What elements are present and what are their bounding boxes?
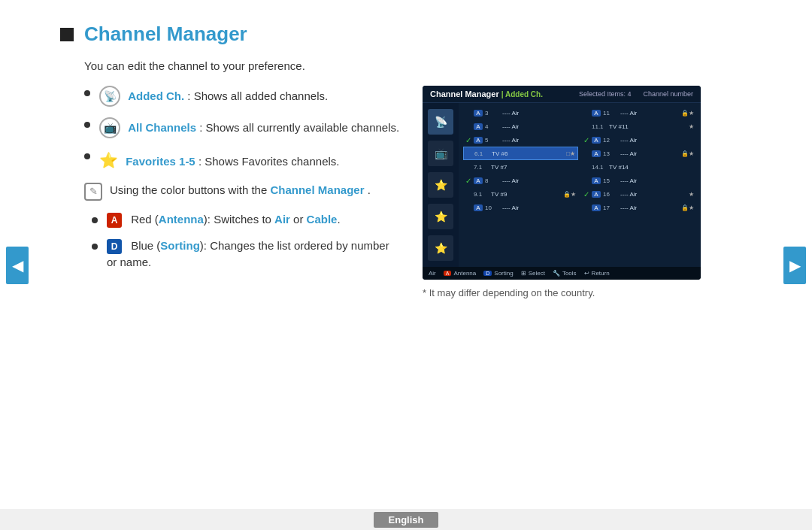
list-item-favorites-text: ⭐ Favorites 1-5 : Shows Favorites channe…	[99, 149, 339, 171]
ch-icons: 🔒★	[681, 110, 694, 117]
sub-item-sorting-content: D Blue (Sorting): Changes the list order…	[107, 238, 400, 271]
ch-num: 17	[603, 204, 618, 211]
footer-tools: 🔧 Tools	[553, 270, 577, 277]
ch-badge: A	[474, 204, 483, 211]
list-item-favorites: ⭐ Favorites 1-5 : Shows Favorites channe…	[84, 149, 400, 171]
tv-sidebar-fav3-icon[interactable]: ⭐	[428, 235, 453, 261]
bullet-dot-icon	[84, 122, 90, 128]
antenna-text-3: or	[290, 213, 307, 226]
sub-list-item-antenna: A Red (Antenna): Switches to Air or Cabl…	[92, 211, 400, 229]
ch-badge: A	[474, 137, 483, 144]
nav-next-button[interactable]: ▶	[783, 247, 806, 284]
footer-antenna: A Antenna	[444, 270, 476, 277]
ch-num: 15	[603, 177, 618, 184]
added-ch-desc: : Shows all added channels.	[187, 89, 328, 102]
ch-name: ---- Air	[502, 110, 574, 117]
right-arrow-icon: ▶	[789, 256, 801, 274]
left-column: 📡 Added Ch. : Shows all added channels. …	[84, 86, 400, 298]
ch-col-right: A 11 ---- Air 🔒★ 11.1 TV #11 ★	[581, 106, 696, 214]
ch-row[interactable]: ✓ A 5 ---- Air	[463, 133, 578, 147]
footer-select: ⊞ Select	[521, 270, 545, 277]
ch-icons: ★	[689, 191, 694, 198]
tv-sidebar-fav1-icon[interactable]: ⭐	[428, 172, 453, 198]
subtitle: You can edit the channel to your prefere…	[84, 59, 677, 72]
ch-row[interactable]: ✓ A 8 ---- Air	[463, 174, 578, 187]
list-item-all-channels-text: 📺 All Channels : Shows all currently ava…	[99, 117, 399, 138]
cable-label: Cable	[307, 213, 338, 226]
ch-col-left: A 3 ---- Air A 4 ---- Air	[463, 106, 578, 214]
ch-name: TV #7	[491, 164, 574, 171]
note-channel-manager-link[interactable]: Channel Manager	[270, 183, 364, 196]
ch-icons: 🔒★	[563, 191, 576, 198]
badge-blue-d: D	[107, 239, 122, 254]
antenna-text-2: ): Switches to	[204, 213, 274, 226]
ch-num: 14.1	[592, 164, 607, 171]
ch-row[interactable]: ✓ A 12 ---- Air	[581, 133, 696, 147]
ch-badge: A	[592, 204, 601, 211]
footer-return: ↩ Return	[584, 270, 610, 277]
tv-header-right: Selected Items: 4 Channel number	[579, 90, 693, 98]
bottom-bar: English	[0, 509, 812, 530]
ch-name: ---- Air	[620, 177, 692, 184]
footer-tools-icon: 🔧	[553, 270, 560, 277]
ch-num: 3	[485, 110, 500, 117]
bullet-dot-icon	[84, 153, 90, 159]
ch-row[interactable]: 7.1 TV #7	[463, 160, 578, 174]
ch-row-highlighted[interactable]: 6.1 TV #6 □★	[463, 147, 578, 160]
footer-antenna-label: Antenna	[453, 270, 476, 277]
ch-row[interactable]: A 13 ---- Air 🔒★	[581, 147, 696, 160]
tv-sidebar-all-icon[interactable]: 📺	[428, 141, 453, 166]
ch-row[interactable]: A 15 ---- Air	[581, 174, 696, 187]
ch-badge: A	[592, 110, 601, 117]
added-ch-label: Added Ch.	[128, 89, 184, 102]
footer-sorting-label: Sorting	[494, 270, 513, 277]
tv-screenshot: Channel Manager | Added Ch. Selected Ite…	[423, 86, 701, 280]
ch-num: 4	[485, 123, 500, 130]
ch-row[interactable]: A 17 ---- Air 🔒★	[581, 201, 696, 214]
ch-name: ---- Air	[502, 204, 574, 211]
footer-return-label: Return	[592, 270, 610, 277]
footer-tools-label: Tools	[562, 270, 577, 277]
ch-row[interactable]: 11.1 TV #11 ★	[581, 120, 696, 133]
tv-sidebar-fav2-icon[interactable]: ⭐	[428, 204, 453, 229]
ch-row[interactable]: 9.1 TV #9 🔒★	[463, 187, 578, 201]
bullet-dot-icon	[92, 244, 98, 250]
ch-row[interactable]: A 11 ---- Air 🔒★	[581, 106, 696, 120]
right-column: Channel Manager | Added Ch. Selected Ite…	[423, 86, 701, 298]
ch-name: ---- Air	[620, 110, 679, 117]
tv-sidebar-added-icon[interactable]: 📡	[428, 109, 453, 135]
sub-list-item-sorting: D Blue (Sorting): Changes the list order…	[92, 238, 400, 271]
ch-num: 8	[485, 177, 500, 184]
ch-row[interactable]: ✓ A 16 ---- Air ★	[581, 187, 696, 201]
ch-row[interactable]: A 3 ---- Air	[463, 106, 578, 120]
ch-num: 11.1	[592, 123, 607, 130]
ch-badge: A	[592, 150, 601, 157]
ch-num: 16	[603, 191, 618, 198]
footer-sorting: D Sorting	[483, 270, 513, 277]
note-icon: ✎	[84, 183, 102, 201]
ch-name: ---- Air	[620, 191, 686, 198]
ch-num: 10	[485, 204, 500, 211]
nav-prev-button[interactable]: ◀	[6, 247, 29, 284]
ch-num: 9.1	[474, 191, 489, 198]
note-period: .	[368, 183, 371, 196]
ch-row[interactable]: 14.1 TV #14	[581, 160, 696, 174]
tv-footer: Air A Antenna D Sorting ⊞ Select	[423, 267, 701, 280]
title-row: Channel Manager	[60, 23, 677, 46]
ch-badge: A	[474, 177, 483, 184]
air-label: Air	[274, 213, 290, 226]
signal-icon: 📡	[99, 86, 120, 107]
ch-row[interactable]: A 4 ---- Air	[463, 120, 578, 133]
ch-row[interactable]: A 10 ---- Air	[463, 201, 578, 214]
channel-number-label: Channel number	[643, 90, 693, 98]
tv-header: Channel Manager | Added Ch. Selected Ite…	[423, 86, 701, 103]
tv-sidebar: 📡 📺 ⭐ ⭐ ⭐	[423, 103, 459, 267]
ch-badge: A	[592, 191, 601, 198]
ch-num: 5	[485, 137, 500, 144]
all-channels-desc: : Shows all currently available channels…	[199, 121, 399, 134]
ch-badge: A	[592, 137, 601, 144]
left-arrow-icon: ◀	[12, 256, 23, 274]
ch-check: ✓	[583, 190, 589, 198]
sorting-label: Sorting	[160, 239, 200, 252]
note-static: Using the color buttons with the	[110, 183, 270, 196]
